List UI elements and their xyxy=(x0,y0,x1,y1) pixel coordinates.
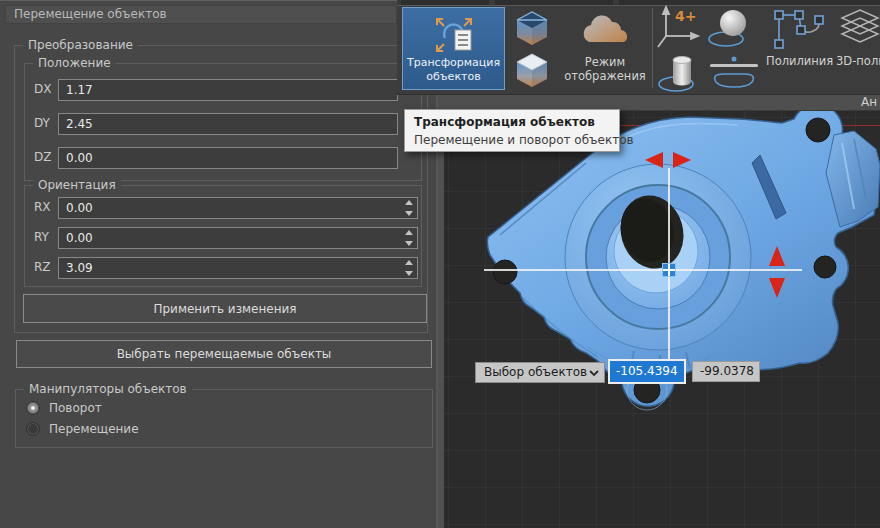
rx-label: RX xyxy=(34,200,51,214)
poly3d-label: 3D-поли xyxy=(836,54,880,68)
cylinder-tool-icon[interactable] xyxy=(656,52,702,92)
ry-field[interactable]: 0.00 xyxy=(58,227,418,249)
arrow-up-icon xyxy=(769,246,785,266)
display-mode-button[interactable]: Режим отображения xyxy=(558,6,652,92)
tooltip-title: Трансформация объектов xyxy=(414,113,610,131)
dy-field[interactable]: 2.45 xyxy=(58,113,398,135)
manipulators-group: Манипуляторы объектов xyxy=(15,389,433,448)
view-axes-button[interactable]: 4+ xyxy=(655,4,703,50)
cloud-icon xyxy=(575,12,633,48)
spinner-down-icon[interactable] xyxy=(405,241,413,246)
dz-label: DZ xyxy=(34,150,51,164)
polyline-button[interactable]: Полилиния xyxy=(766,6,832,90)
move-radio-label: Перемещение xyxy=(49,422,139,436)
app-window: Перемещение объектов Преобразование Поло… xyxy=(0,0,880,528)
transform-objects-label: Трансформация объектов xyxy=(403,56,504,84)
viewport[interactable]: Ан xyxy=(438,95,880,528)
position-group-label: Положение xyxy=(33,56,116,71)
transform-icon xyxy=(431,14,477,56)
chevron-down-icon xyxy=(588,367,600,379)
selection-mode-label: Выбор объектов xyxy=(484,365,587,379)
dx-field[interactable]: 1.17 xyxy=(58,79,398,101)
coord-y-input[interactable]: -99.0378 xyxy=(692,361,760,382)
plane-tool-icon[interactable] xyxy=(706,52,762,92)
rotate-handle-vertical[interactable] xyxy=(769,246,785,298)
ry-label: RY xyxy=(34,230,49,244)
orientation-group-label: Ориентация xyxy=(33,178,121,193)
poly3d-button[interactable]: 3D-поли xyxy=(836,6,880,90)
rx-field[interactable]: 0.00 xyxy=(58,197,418,219)
apply-changes-button[interactable]: Применить изменения xyxy=(23,294,427,323)
rotate-handle-horizontal[interactable] xyxy=(645,152,691,168)
pump-housing-model[interactable] xyxy=(438,111,880,528)
rotate-radio[interactable] xyxy=(26,401,40,415)
spinner-up-icon[interactable] xyxy=(405,260,413,265)
rx-spinner[interactable] xyxy=(402,200,415,216)
crosshair-horizontal-line xyxy=(484,269,802,271)
sphere-tool-icon[interactable] xyxy=(706,8,756,48)
arrow-down-icon xyxy=(769,278,785,298)
arrow-left-icon xyxy=(645,152,663,168)
model-canvas[interactable]: Выбор объектов -105.4394 -99.0378 xyxy=(438,111,880,528)
manipulator-center-handle[interactable] xyxy=(662,263,676,277)
move-objects-panel: Перемещение объектов Преобразование Поло… xyxy=(0,0,438,528)
display-mode-label: Режим отображения xyxy=(558,55,652,83)
dz-field[interactable]: 0.00 xyxy=(58,147,398,169)
ribbon-separator xyxy=(652,8,653,88)
rz-spinner[interactable] xyxy=(402,260,415,276)
open-box-icon[interactable] xyxy=(512,8,552,48)
rotate-radio-label: Поворот xyxy=(49,401,102,415)
poly3d-icon xyxy=(836,6,880,52)
dx-label: DX xyxy=(34,82,51,96)
dy-label: DY xyxy=(34,116,50,130)
polyline-label: Полилиния xyxy=(766,54,832,68)
transform-objects-button[interactable]: Трансформация объектов xyxy=(402,7,505,90)
spinner-down-icon[interactable] xyxy=(405,271,413,276)
spinner-up-icon[interactable] xyxy=(405,230,413,235)
radio-row-rotate[interactable]: Поворот xyxy=(26,401,102,415)
polyline-icon xyxy=(769,6,829,52)
ribbon-tooltip: Трансформация объектов Перемещение и пов… xyxy=(404,109,620,152)
manipulators-group-label: Манипуляторы объектов xyxy=(24,382,192,397)
selection-mode-dropdown[interactable]: Выбор объектов xyxy=(475,362,605,383)
spinner-down-icon[interactable] xyxy=(405,211,413,216)
coord-x-input[interactable]: -105.4394 xyxy=(608,359,686,384)
arrow-right-icon xyxy=(673,152,691,168)
rz-field[interactable]: 3.09 xyxy=(58,257,418,279)
solid-box-icon[interactable] xyxy=(512,50,552,90)
transform-group-label: Преобразование xyxy=(23,38,138,53)
spinner-up-icon[interactable] xyxy=(405,200,413,205)
select-objects-button[interactable]: Выбрать перемещаемые объекты xyxy=(16,340,432,368)
panel-title[interactable]: Перемещение объектов xyxy=(5,5,397,24)
radio-row-move[interactable]: Перемещение xyxy=(26,422,139,436)
axis-count-badge: 4+ xyxy=(675,8,696,24)
rz-label: RZ xyxy=(34,260,51,274)
move-radio[interactable] xyxy=(26,422,40,436)
tooltip-description: Перемещение и поворот объектов xyxy=(414,131,610,149)
ry-spinner[interactable] xyxy=(402,230,415,246)
ribbon: Трансформация объектов Режим xyxy=(397,0,880,95)
